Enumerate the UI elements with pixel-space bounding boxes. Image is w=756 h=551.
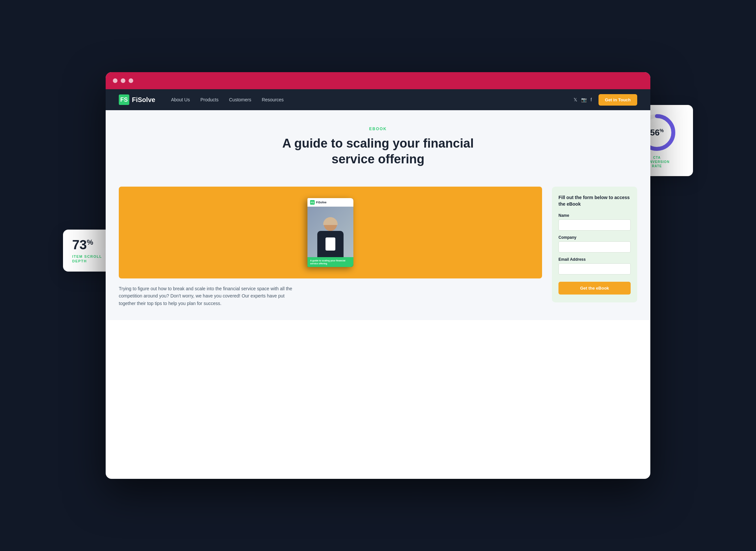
book-logo-text: FiSolve [316,201,327,204]
nav-link-products[interactable]: Products [201,97,219,102]
nav-link-resources[interactable]: Resources [262,97,284,102]
logo[interactable]: FS FiSolve [119,94,155,105]
nav-link-about[interactable]: About Us [171,97,190,102]
company-form-group: Company [558,235,631,252]
book-logo-icon: FS [310,200,315,205]
company-input[interactable] [558,241,631,252]
company-label: Company [558,235,631,240]
book-header: FS FiSolve [308,198,353,207]
left-column: FS FiSolve [119,187,542,307]
form-card: Fill out the form below to access the eB… [552,187,637,303]
facebook-icon[interactable]: f [591,97,592,102]
donut-center-value: 56% [650,128,664,137]
main-content: FS FiSolve [106,177,650,320]
book-footer: A guide to scaling your financial servic… [308,257,353,267]
email-input[interactable] [558,263,631,274]
nav-links: About Us Products Customers Resources [171,97,573,102]
get-in-touch-button[interactable]: Get in Touch [599,94,637,106]
right-column: Fill out the form below to access the eB… [552,187,637,307]
name-form-group: Name [558,213,631,230]
nav-social: 𝕏 📷 f [574,97,592,102]
name-input[interactable] [558,219,631,230]
browser-dot-2 [121,78,125,83]
twitter-icon[interactable]: 𝕏 [574,97,577,102]
logo-icon: FS [119,94,129,105]
scene: 73% ITEM SCROLL DEPTH 56% CTA CONVERSION… [66,46,690,505]
logo-text: FiSolve [132,96,155,104]
form-intro: Fill out the form below to access the eB… [558,194,631,207]
get-ebook-button[interactable]: Get the eBook [558,282,631,295]
book-display: FS FiSolve [119,187,542,279]
browser-dot-3 [129,78,133,83]
book-cover: FS FiSolve [308,198,353,267]
hero-section: EBOOK A guide to scaling your financial … [106,110,650,177]
email-label: Email Address [558,257,631,262]
book-footer-text: A guide to scaling your financial servic… [310,259,351,265]
browser-chrome [106,72,650,89]
book-person-area [308,207,353,257]
browser-window: FS FiSolve About Us Products Customers R… [106,72,650,479]
description-text: Trying to figure out how to break and sc… [119,285,296,307]
email-form-group: Email Address [558,257,631,274]
name-label: Name [558,213,631,218]
ebook-badge: EBOOK [119,127,637,131]
instagram-icon[interactable]: 📷 [581,97,587,102]
browser-dot-1 [113,78,117,83]
hero-title: A guide to scaling your financial servic… [276,136,480,167]
nav-link-customers[interactable]: Customers [229,97,251,102]
navbar: FS FiSolve About Us Products Customers R… [106,89,650,110]
